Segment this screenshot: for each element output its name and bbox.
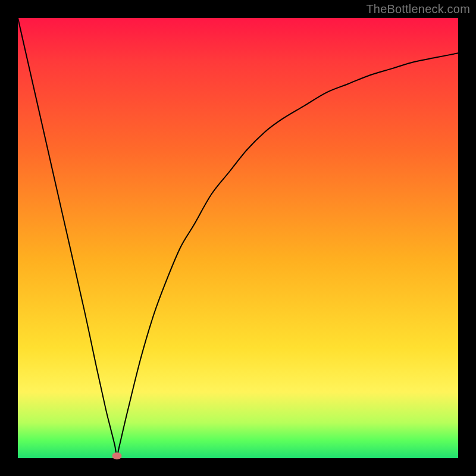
optimum-marker [112, 452, 122, 459]
chart-frame: TheBottleneck.com [0, 0, 476, 476]
bottleneck-curve [18, 18, 458, 456]
chart-svg [0, 0, 476, 476]
attribution-text: TheBottleneck.com [366, 2, 470, 16]
